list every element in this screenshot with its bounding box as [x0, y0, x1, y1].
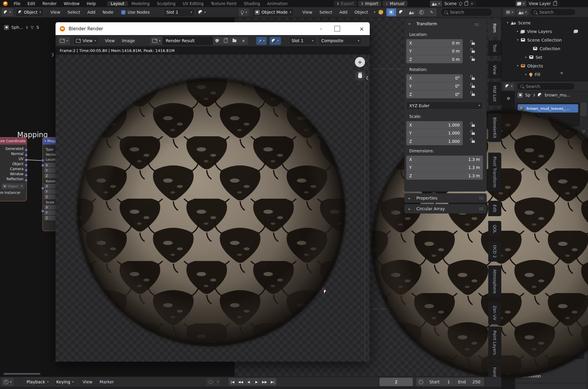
- editor-type-button[interactable]: ▾: [58, 37, 70, 45]
- outliner-row-collection[interactable]: Collection: [533, 44, 560, 53]
- paint-toggle[interactable]: ✎: [427, 8, 437, 16]
- dimension-z-input[interactable]: Z1.3 m: [406, 172, 483, 180]
- mapping-rot-x[interactable]: X: [44, 184, 56, 189]
- socket-generated[interactable]: [25, 148, 28, 151]
- sidebar-tab-blenderkit[interactable]: BlenderKit: [488, 113, 501, 142]
- outliner-row-scene-collection[interactable]: ▾Scene Collection: [517, 36, 562, 44]
- scale-z-input[interactable]: Z1.000: [406, 137, 463, 145]
- circular-array-collapsed-panel[interactable]: ▸Circular Array: [404, 204, 486, 213]
- use-preview-range-button[interactable]: [416, 378, 426, 386]
- mapping-loc-x[interactable]: X: [44, 163, 56, 167]
- socket-object[interactable]: [25, 164, 28, 167]
- properties-collapsed-panel[interactable]: ▸Properties: [404, 194, 486, 203]
- socket-scale-in[interactable]: [41, 210, 44, 213]
- sidebar-tab-pivot-transform[interactable]: Pivot Transform: [488, 153, 501, 192]
- curves-toggle-button[interactable]: ↗▾: [256, 37, 267, 45]
- shader-menu-node[interactable]: Node: [99, 10, 117, 15]
- unlink-image-button[interactable]: ×: [239, 37, 248, 45]
- workspace-tab-uv-editing[interactable]: UV Editing: [179, 1, 207, 6]
- sidebar-tab-atmosphere[interactable]: Atmosphere: [488, 265, 501, 298]
- outliner-row-view-layers[interactable]: ▸View Layers: [517, 27, 552, 36]
- workspace-tab-sculpting[interactable]: Sculpting: [153, 1, 179, 6]
- image-browse-button[interactable]: ▾: [150, 37, 162, 45]
- dimension-y-input[interactable]: Y1.3 m: [406, 164, 483, 172]
- socket-window[interactable]: [25, 174, 28, 177]
- world-toggle[interactable]: [417, 8, 427, 16]
- rotation-mode-dropdown[interactable]: XYZ Euler▾: [406, 102, 483, 110]
- sidebar-tab-zen-uv[interactable]: Zen UV: [488, 302, 501, 324]
- import-button[interactable]: ❯Import: [358, 1, 381, 7]
- sidebar-tab-mat-list[interactable]: Mat List: [488, 82, 501, 105]
- timeline-menu-view[interactable]: View: [79, 379, 96, 384]
- playback-dropdown[interactable]: Playback▾: [24, 378, 52, 386]
- viewport-search-input[interactable]: Search: [441, 8, 492, 16]
- editor-type-button[interactable]: ▾: [2, 8, 13, 16]
- transform-panel-header[interactable]: ▾Transform: [409, 21, 437, 26]
- fake-user-button[interactable]: [213, 37, 221, 45]
- sidebar-toggle-chevron[interactable]: ❮: [366, 75, 369, 80]
- duplicate-image-button[interactable]: [221, 37, 230, 45]
- current-frame-input[interactable]: 2: [380, 378, 413, 386]
- pan-gizmo-button[interactable]: [355, 71, 365, 81]
- scene-browse-button[interactable]: ▾: [430, 1, 442, 7]
- socket-camera[interactable]: [25, 169, 28, 172]
- viewport-menu-add[interactable]: Add: [336, 10, 351, 15]
- mapping-rot-z[interactable]: Z: [44, 194, 56, 199]
- zoom-gizmo-button[interactable]: +: [355, 57, 365, 67]
- rotation-x-input[interactable]: X0°: [406, 74, 463, 82]
- outliner-row-objects[interactable]: ▾Objects: [517, 61, 543, 70]
- mode-dropdown[interactable]: Object Mode▾: [252, 8, 294, 17]
- manual-button[interactable]: ↓Manual: [382, 1, 407, 7]
- panel-grip[interactable]: [475, 23, 479, 26]
- close-icon[interactable]: ×: [470, 1, 474, 6]
- material-preview-button[interactable]: ▾: [198, 10, 206, 15]
- workspace-tab-shading[interactable]: Shading: [240, 1, 264, 6]
- scale-x-input[interactable]: X1.000: [406, 121, 463, 129]
- play-button[interactable]: ▶: [253, 378, 261, 386]
- socket-rotation-in[interactable]: [41, 187, 44, 190]
- scene-name-field[interactable]: Scene ×: [442, 1, 476, 7]
- menu-help[interactable]: Help: [83, 1, 99, 6]
- menu-render[interactable]: Render: [39, 1, 60, 6]
- viewport-menu-view[interactable]: View: [299, 10, 316, 15]
- socket-vector-in[interactable]: [41, 159, 44, 162]
- play-reverse-button[interactable]: ◀: [245, 378, 253, 386]
- sidebar-tab-view[interactable]: View: [488, 61, 501, 78]
- previous-keyframe-button[interactable]: ◀◀: [237, 378, 245, 386]
- node-header[interactable]: Texture Coordinate: [0, 137, 26, 145]
- mapping-scale-x[interactable]: X: [44, 205, 56, 210]
- outliner-row-fill[interactable]: ▸Fill: [525, 70, 540, 79]
- socket-normal[interactable]: [25, 154, 28, 156]
- location-x-input[interactable]: X0 m: [406, 39, 463, 47]
- new-scene-icon[interactable]: [464, 2, 468, 6]
- end-frame-input[interactable]: End250: [454, 378, 484, 386]
- render-menu-view[interactable]: View: [101, 38, 118, 43]
- pin-icon[interactable]: [459, 2, 462, 5]
- socket-location-in[interactable]: [41, 164, 44, 167]
- mapping-loc-z[interactable]: Z: [44, 173, 56, 178]
- outliner-search-input[interactable]: Search: [530, 9, 576, 16]
- menu-edit[interactable]: Edit: [24, 1, 39, 6]
- shader-menu-view[interactable]: View: [47, 10, 64, 15]
- mapping-loc-y[interactable]: Y: [44, 168, 56, 173]
- workspace-tab-modeling[interactable]: Modeling: [128, 1, 153, 6]
- menu-file[interactable]: File: [10, 1, 24, 6]
- next-keyframe-button[interactable]: ▶▶: [261, 378, 269, 386]
- mapping-scale-y[interactable]: Y: [44, 210, 56, 215]
- texture-coordinate-node[interactable]: Texture Coordinate Generated Normal UV O…: [0, 137, 27, 201]
- scene-toggle[interactable]: [407, 8, 417, 16]
- use-nodes-toggle[interactable]: ✓ Use Nodes: [121, 10, 150, 15]
- dimension-x-input[interactable]: X1.3 m: [406, 156, 483, 164]
- jump-to-start-button[interactable]: |◀: [229, 378, 237, 386]
- sidebar-tab-edit[interactable]: Edit: [488, 201, 501, 216]
- material-shading-toggle[interactable]: [396, 8, 407, 16]
- node-header[interactable]: ▾ Mapping: [43, 137, 56, 145]
- chevron-down-icon[interactable]: ▾: [374, 11, 375, 14]
- autokey-dropdown[interactable]: ▾: [216, 378, 220, 386]
- shader-menu-add[interactable]: Add: [84, 10, 99, 15]
- sidebar-tab-item[interactable]: Item: [488, 20, 501, 37]
- keying-dropdown[interactable]: Keying▾: [53, 378, 77, 386]
- sun-light-icon[interactable]: ☀: [560, 71, 564, 75]
- mapping-rot-y[interactable]: Y: [44, 189, 56, 194]
- editor-type-button[interactable]: ▾: [239, 8, 249, 16]
